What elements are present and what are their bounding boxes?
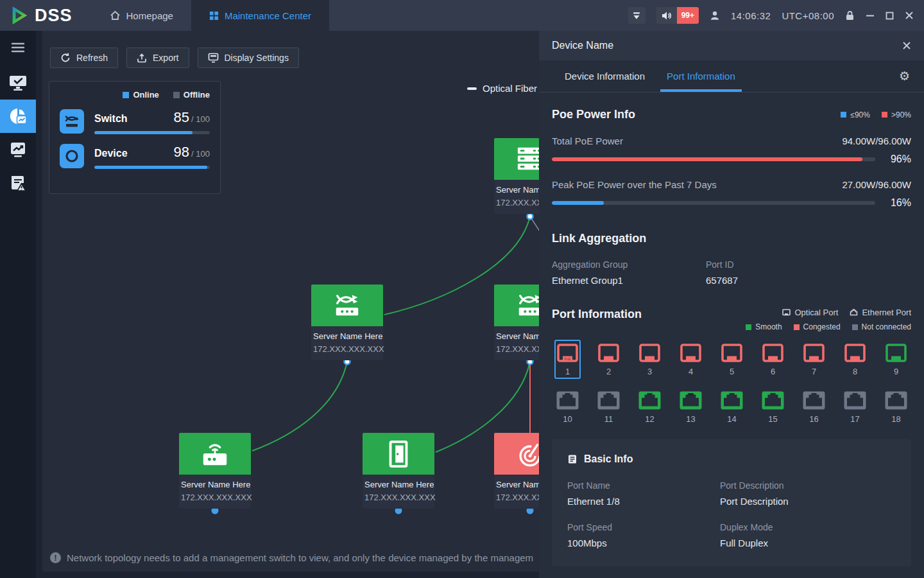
link-green bbox=[252, 362, 347, 451]
tab-port-information[interactable]: Port Information bbox=[667, 60, 735, 92]
alarm-volume-control[interactable]: 99+ bbox=[656, 7, 699, 24]
port-18[interactable]: 18 bbox=[883, 387, 909, 426]
port-number: 12 bbox=[638, 414, 662, 424]
port-1-selected[interactable]: PoE1 bbox=[554, 340, 581, 379]
port-number: 8 bbox=[843, 367, 867, 376]
document-icon bbox=[567, 454, 578, 464]
port-9[interactable]: 9 bbox=[883, 340, 909, 379]
legend-not-connected: Not connected bbox=[852, 322, 911, 331]
sidebar-item-network-topology[interactable] bbox=[0, 100, 36, 133]
panel-toggle-button[interactable] bbox=[628, 7, 646, 24]
port-number: 4 bbox=[679, 367, 703, 376]
topology-node-switch[interactable]: Server Name Here172.XXX.XXX.XXX bbox=[311, 285, 383, 360]
port-11[interactable]: 11 bbox=[595, 387, 622, 426]
port-13[interactable]: PoE13 bbox=[678, 387, 704, 426]
stat-device-value: 98 bbox=[174, 144, 189, 161]
panel-title: Device Name bbox=[552, 40, 613, 51]
log-warning-icon bbox=[9, 174, 27, 192]
minimize-icon[interactable] bbox=[866, 11, 875, 20]
close-icon[interactable] bbox=[905, 11, 914, 20]
port-5[interactable]: 5 bbox=[719, 340, 745, 379]
port-15[interactable]: 15 bbox=[760, 387, 786, 426]
tab-maintenance-center-label: Maintenance Center bbox=[225, 10, 311, 21]
pie-trend-icon bbox=[8, 107, 28, 126]
stat-device-label: Device bbox=[94, 148, 174, 159]
online-offline-legend: Online Offline bbox=[60, 90, 210, 100]
basic-info-row-2: Port Speed 100Mbps Duplex Mode Full Dupl… bbox=[567, 522, 896, 548]
ethernet-port-icon bbox=[850, 309, 858, 316]
port-14[interactable]: 14 bbox=[719, 387, 745, 426]
tab-homepage[interactable]: Homepage bbox=[92, 0, 191, 31]
svg-text:PoE: PoE bbox=[687, 392, 694, 396]
grid-icon bbox=[209, 11, 219, 21]
link-aggregation-header: Link Aggregation bbox=[552, 232, 911, 245]
sidebar-item-statistics[interactable] bbox=[0, 133, 36, 166]
panel-toggle-icon bbox=[632, 12, 641, 20]
port-3[interactable]: 3 bbox=[637, 340, 663, 379]
port-6[interactable]: 6 bbox=[760, 340, 786, 379]
panel-header: Device Name bbox=[539, 31, 924, 60]
basic-info-header: Basic Info bbox=[567, 453, 896, 465]
panel-close-button[interactable] bbox=[902, 41, 911, 50]
menu-toggle-button[interactable] bbox=[10, 42, 26, 56]
port-7[interactable]: 7 bbox=[801, 340, 827, 379]
gear-icon[interactable]: ⚙ bbox=[899, 69, 910, 83]
poe-total-row: Total PoE Power 94.00W/96.00W 96% bbox=[552, 136, 911, 165]
port-16[interactable]: 16 bbox=[801, 387, 827, 426]
node-ip: 172.XXX.XXX.XXX bbox=[364, 493, 432, 502]
port-legends: Optical Port Ethernet Port Smooth Conges… bbox=[746, 308, 911, 331]
topology-node-door[interactable]: Server Name Here172.XXX.XXX.XXX bbox=[363, 433, 434, 509]
poe-peak-label: Peak PoE Power over the Past 7 Days bbox=[552, 179, 717, 190]
node-ip: 172.XXX.XXX.XXX bbox=[181, 493, 249, 502]
link-aggregation-fields: Aggregation Group Ethernet Group1 Port I… bbox=[552, 259, 911, 286]
port-8[interactable]: 8 bbox=[842, 340, 868, 379]
svg-text:PoE: PoE bbox=[564, 357, 571, 361]
maximize-icon[interactable] bbox=[886, 12, 894, 20]
export-button[interactable]: Export bbox=[126, 48, 189, 68]
port-2[interactable]: 2 bbox=[595, 340, 622, 379]
port-number: 15 bbox=[761, 414, 785, 424]
alarm-count-badge: 99+ bbox=[677, 7, 699, 24]
app-logo: DSS bbox=[0, 5, 92, 26]
hamburger-icon bbox=[10, 42, 26, 53]
tab-homepage-label: Homepage bbox=[126, 10, 173, 21]
clock-timezone: UTC+08:00 bbox=[782, 10, 834, 21]
poe-total-label: Total PoE Power bbox=[552, 136, 623, 146]
port-number: 2 bbox=[597, 367, 620, 376]
refresh-button[interactable]: Refresh bbox=[50, 48, 118, 68]
sidebar-item-device-monitor[interactable] bbox=[0, 66, 36, 100]
optical-port-icon bbox=[782, 309, 791, 316]
port-row-ethernet: 101112PoE131415161718 bbox=[554, 387, 911, 426]
port-17[interactable]: 17 bbox=[842, 387, 868, 426]
port-10[interactable]: 10 bbox=[554, 387, 581, 426]
panel-tabs: Device Information Port Information ⚙ bbox=[539, 60, 924, 92]
speaker-icon-wrap bbox=[656, 7, 677, 24]
port-12[interactable]: 12 bbox=[637, 387, 663, 426]
user-icon[interactable] bbox=[710, 10, 720, 21]
port-number: 9 bbox=[884, 367, 908, 376]
basic-info-row-1: Port Name Ethernet 1/8 Port Description … bbox=[567, 480, 896, 507]
stat-device-total: / 100 bbox=[191, 149, 210, 159]
port-description-field: Port Description Port Description bbox=[720, 480, 873, 507]
optical-fiber-dash-icon bbox=[467, 87, 477, 90]
node-name: Server Name Here bbox=[364, 480, 432, 489]
logo-text: DSS bbox=[35, 6, 73, 26]
link-port-dot[interactable] bbox=[527, 214, 533, 220]
basic-info-card: Basic Info Port Name Ethernet 1/8 Port D… bbox=[552, 439, 911, 566]
port-number: 18 bbox=[884, 414, 908, 424]
port-number: 10 bbox=[556, 414, 579, 424]
legend-optical-port: Optical Port bbox=[782, 308, 838, 317]
tab-device-information[interactable]: Device Information bbox=[565, 60, 645, 92]
stat-row-switch: Switch 85 / 100 bbox=[60, 109, 210, 134]
poe-total-percent: 96% bbox=[875, 153, 911, 165]
lock-icon[interactable] bbox=[845, 10, 855, 21]
display-settings-button[interactable]: Display Settings bbox=[198, 48, 299, 68]
port-4[interactable]: 4 bbox=[678, 340, 704, 379]
switch-icon bbox=[311, 285, 383, 326]
sidebar-item-logs[interactable] bbox=[0, 166, 36, 200]
topology-notice-text: Network topology needs to add a manageme… bbox=[67, 552, 533, 563]
chart-arrow-icon bbox=[9, 141, 27, 159]
node-label: Server Name Here172.XXX.XXX.XXX bbox=[179, 475, 251, 509]
topology-node-router[interactable]: Server Name Here172.XXX.XXX.XXX bbox=[179, 433, 251, 509]
tab-maintenance-center[interactable]: Maintenance Center bbox=[191, 0, 329, 31]
